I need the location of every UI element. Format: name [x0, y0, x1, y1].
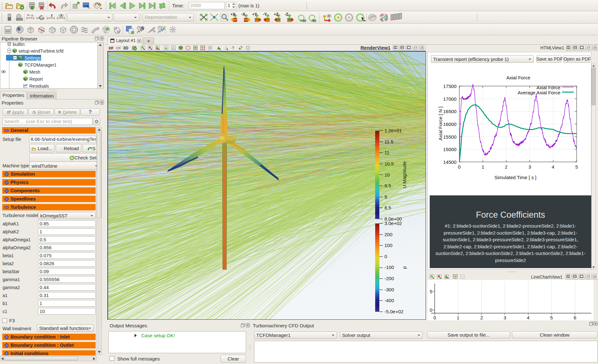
svg-text:3.0e+02: 3.0e+02: [384, 221, 402, 226]
svg-text:-Z: -Z: [285, 12, 288, 17]
svg-text:-Y: -Y: [263, 12, 267, 17]
svg-text:-200: -200: [384, 276, 394, 281]
svg-text:-X: -X: [241, 12, 245, 17]
svg-text:U Magnitude: U Magnitude: [402, 161, 407, 188]
svg-text:+Y: +Y: [252, 12, 257, 17]
svg-text:1.2e+01: 1.2e+01: [384, 128, 402, 133]
svg-text:+Z: +Z: [274, 12, 278, 17]
svg-text:p: p: [402, 266, 407, 269]
svg-text:100: 100: [384, 243, 392, 248]
svg-text:·?: ·?: [231, 46, 234, 50]
svg-text:11.5: 11.5: [384, 139, 393, 144]
svg-text:-300: -300: [384, 287, 394, 292]
svg-text:-100: -100: [384, 265, 394, 270]
svg-text:10.5: 10.5: [384, 161, 394, 166]
svg-text:9.5: 9.5: [384, 183, 391, 188]
svg-text:10: 10: [384, 172, 390, 178]
svg-text:-5.0e+02: -5.0e+02: [384, 309, 404, 314]
svg-text:-90: -90: [311, 19, 316, 22]
svg-text:9: 9: [384, 194, 387, 200]
svg-text:3D: 3D: [123, 46, 128, 50]
svg-text:8.5: 8.5: [384, 205, 391, 210]
svg-text:0: 0: [384, 254, 387, 259]
svg-text:+X: +X: [230, 12, 235, 17]
svg-text:200: 200: [384, 232, 392, 237]
svg-text:?: ?: [240, 46, 243, 50]
svg-text:+90: +90: [300, 19, 306, 22]
svg-text:11: 11: [384, 150, 390, 155]
svg-text:-400: -400: [384, 298, 394, 303]
svg-text:t: t: [51, 13, 53, 18]
